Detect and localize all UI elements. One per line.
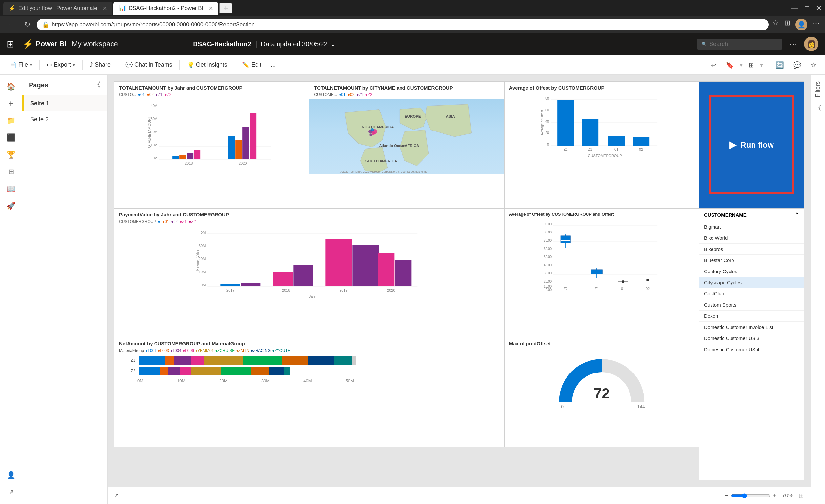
sidebar-profile[interactable]: 👤 bbox=[3, 467, 19, 483]
tab-power-bi[interactable]: 📊 DSAG-Hackathon2 - Power BI ✕ bbox=[114, 2, 218, 15]
new-tab-button[interactable]: + bbox=[219, 3, 232, 13]
export-button[interactable]: ↦ Export ▾ bbox=[43, 59, 79, 71]
chevron-view[interactable]: ▾ bbox=[760, 61, 763, 69]
zoom-out-button[interactable]: − bbox=[725, 492, 729, 499]
svg-text:TOTALNETAMOUNT: TOTALNETAMOUNT bbox=[147, 116, 151, 150]
svg-rect-46 bbox=[582, 119, 598, 146]
run-flow-button[interactable]: ▶ Run flow bbox=[729, 139, 773, 150]
zoom-in-button[interactable]: + bbox=[773, 492, 777, 499]
gauge-container[interactable]: 72 0 144 bbox=[505, 348, 699, 413]
comment-button[interactable]: 💬 bbox=[790, 59, 805, 71]
edit-button[interactable]: ✏️ Edit bbox=[238, 59, 266, 71]
svg-text:80: 80 bbox=[545, 96, 549, 100]
view-button[interactable]: ⊞ bbox=[745, 59, 757, 71]
more-options-button[interactable]: ... bbox=[267, 59, 280, 70]
svg-text:01: 01 bbox=[621, 286, 625, 290]
separator-6 bbox=[768, 60, 768, 70]
collapse-pages-button[interactable]: 《 bbox=[93, 80, 101, 90]
search-icon: 🔍 bbox=[702, 41, 706, 46]
refresh-report-button[interactable]: 🔄 bbox=[772, 59, 787, 71]
page-item-seite1[interactable]: Seite 1 bbox=[22, 95, 107, 111]
sidebar-data[interactable]: 🏆 bbox=[3, 147, 19, 163]
chart6-x-axis: 0M 10M 20M 30M 40M 50M bbox=[119, 377, 354, 383]
profile-nav-icon[interactable]: 👤 bbox=[796, 19, 807, 30]
insights-button[interactable]: 💡 Get insights bbox=[183, 59, 231, 71]
file-label: File bbox=[18, 61, 28, 68]
favorites-icon[interactable]: ☆ bbox=[772, 19, 779, 30]
data-updated[interactable]: Data updated 30/05/22 ⌄ bbox=[261, 40, 336, 48]
nav-right-icons: ☆ ⊞ 👤 ⋯ bbox=[772, 19, 820, 30]
svg-text:Z2: Z2 bbox=[563, 286, 568, 290]
run-flow-panel[interactable]: ▶ Run flow bbox=[699, 81, 804, 208]
chart3-area[interactable]: 80 60 40 20 0 Average of bbox=[505, 92, 699, 169]
search-input[interactable] bbox=[709, 40, 771, 48]
tab-power-automate[interactable]: ⚡ Edit your flow | Power Automate ✕ bbox=[3, 2, 112, 15]
customer-bike-world[interactable]: Bike World bbox=[699, 233, 804, 244]
customer-dexon[interactable]: Dexon bbox=[699, 311, 804, 322]
customer-bigmart[interactable]: Bigmart bbox=[699, 221, 804, 233]
customer-domestic-us4[interactable]: Domestic Customer US 4 bbox=[699, 344, 804, 355]
sidebar-home[interactable]: 🏠 bbox=[3, 79, 19, 94]
sidebar-learn[interactable]: 📖 bbox=[3, 181, 19, 197]
sidebar-folder[interactable]: 📁 bbox=[3, 113, 19, 129]
customer-costclub[interactable]: CostClub bbox=[699, 288, 804, 300]
customer-domestic-invoice[interactable]: Domestic Customer Invoice List bbox=[699, 322, 804, 333]
fit-page-button[interactable]: ⊞ bbox=[799, 492, 804, 500]
collapse-right-icon[interactable]: 《 bbox=[813, 101, 824, 114]
customer-list-scroll[interactable]: ⌃ bbox=[795, 212, 799, 218]
sidebar-add[interactable]: + bbox=[3, 96, 19, 111]
topbar-center: DSAG-Hackathon2 | Data updated 30/05/22 … bbox=[125, 40, 404, 48]
maximize-button[interactable]: □ bbox=[805, 4, 809, 12]
undo-button[interactable]: ↩ bbox=[707, 59, 720, 71]
share-button[interactable]: ⤴ Share bbox=[86, 59, 115, 70]
file-button[interactable]: 📄 File ▾ bbox=[5, 59, 36, 71]
topbar-search[interactable]: 🔍 bbox=[697, 39, 782, 50]
svg-rect-67 bbox=[273, 271, 293, 286]
customer-century[interactable]: Century Cycles bbox=[699, 266, 804, 277]
customer-bluestar[interactable]: Bluestar Corp bbox=[699, 255, 804, 266]
zoom-slider[interactable] bbox=[731, 493, 770, 498]
chart5-area[interactable]: 90.00 80.00 70.00 60.00 50.00 40.00 30.0… bbox=[505, 218, 699, 299]
filters-label[interactable]: Filters bbox=[812, 77, 824, 101]
refresh-button[interactable]: ↻ bbox=[22, 19, 33, 30]
chat-teams-button[interactable]: 💬 Chat in Teams bbox=[121, 59, 176, 71]
topbar-more-icon[interactable]: ⋯ bbox=[789, 39, 798, 49]
chart1-area[interactable]: 40M 30M 20M 10M 0M TOTALN bbox=[115, 99, 309, 170]
minimize-button[interactable]: — bbox=[791, 4, 799, 12]
svg-text:72: 72 bbox=[593, 385, 609, 401]
run-flow-label: Run flow bbox=[740, 140, 773, 150]
sidebar-deploy[interactable]: 🚀 bbox=[3, 198, 19, 214]
map-container[interactable]: NORTH AMERICA EUROPE ASIA Atlantic Ocean… bbox=[309, 99, 504, 174]
waffle-icon[interactable]: ⊞ bbox=[7, 39, 14, 50]
tab-close-1[interactable]: ✕ bbox=[103, 5, 107, 11]
sidebar-metrics[interactable]: ⊞ bbox=[3, 164, 19, 180]
customer-list-header: CUSTOMERNAME ⌃ bbox=[699, 208, 804, 221]
svg-text:Atlantic Ocean: Atlantic Ocean bbox=[379, 144, 406, 148]
chart4-area[interactable]: 40M 30M 20M 10M 0M PaymentValue bbox=[115, 226, 504, 303]
topbar-logo: ⚡ Power BI bbox=[23, 39, 67, 49]
expand-icon[interactable]: ↗ bbox=[114, 492, 119, 499]
browser-more-icon[interactable]: ⋯ bbox=[813, 19, 820, 30]
user-avatar[interactable]: 👩 bbox=[804, 37, 818, 51]
back-button[interactable]: ← bbox=[5, 19, 18, 30]
svg-text:2017: 2017 bbox=[226, 288, 234, 292]
customer-bikepros[interactable]: Bikepros bbox=[699, 244, 804, 255]
customer-cityscape[interactable]: Cityscape Cycles bbox=[699, 277, 804, 288]
chart4-title: PaymentValue by Jahr and CUSTOMERGROUP bbox=[115, 208, 504, 219]
customer-custom-sports[interactable]: Custom Sports bbox=[699, 300, 804, 311]
sidebar-apps[interactable]: ⬛ bbox=[3, 130, 19, 146]
page-item-seite2[interactable]: Seite 2 bbox=[22, 111, 107, 128]
close-window-button[interactable]: ✕ bbox=[816, 4, 822, 12]
address-bar[interactable]: 🔒 https://app.powerbi.com/groups/me/repo… bbox=[37, 19, 768, 30]
svg-text:0M: 0M bbox=[201, 283, 206, 287]
chevron-bookmark[interactable]: ▾ bbox=[740, 61, 743, 69]
sidebar-external[interactable]: ↗ bbox=[3, 484, 19, 500]
tab-close-2[interactable]: ✕ bbox=[209, 5, 213, 11]
bookmark-button[interactable]: 🔖 bbox=[722, 59, 737, 71]
star-button[interactable]: ☆ bbox=[807, 59, 820, 71]
bottom-left: ↗ bbox=[114, 492, 119, 499]
collections-icon[interactable]: ⊞ bbox=[784, 19, 790, 30]
svg-rect-65 bbox=[220, 284, 240, 286]
customer-domestic-us3[interactable]: Domestic Customer US 3 bbox=[699, 333, 804, 344]
chart6-bars[interactable]: Z1 bbox=[115, 353, 504, 386]
